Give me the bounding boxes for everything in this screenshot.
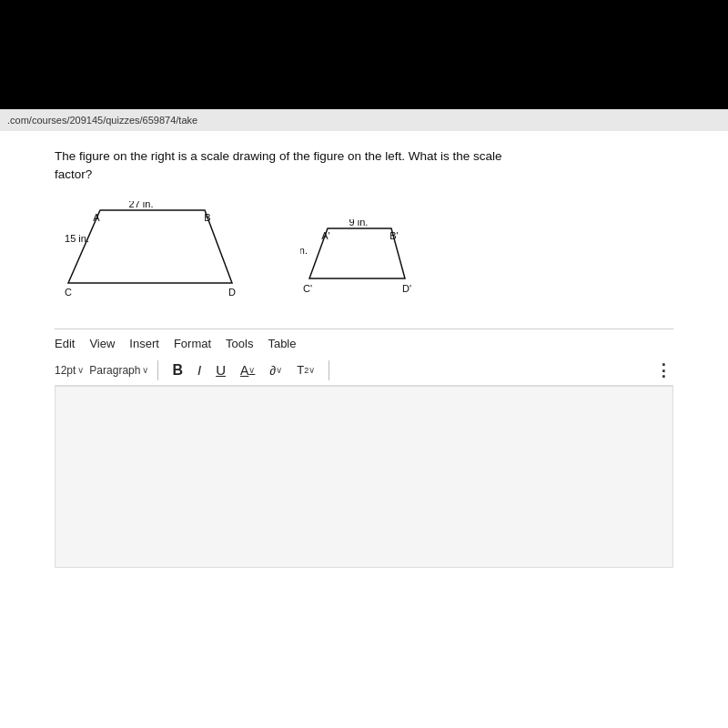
underline-button[interactable]: U [211, 360, 230, 379]
more-options-button[interactable]: ⋮ [655, 360, 673, 380]
italic-button[interactable]: I [193, 360, 206, 379]
highlight-chevron: ∨ [276, 365, 282, 375]
right-corner-a: A' [321, 230, 329, 241]
left-top-label: 27 in. [129, 201, 154, 209]
right-figure-svg: 9 in. 5 in. A' B' C' D' [300, 219, 419, 301]
left-corner-c: C [65, 287, 72, 298]
left-figure-svg: 27 in. 15 in. A B C D [64, 201, 246, 310]
paragraph-chevron: ∨ [142, 365, 148, 375]
figure-right: 9 in. 5 in. A' B' C' D' [300, 219, 410, 292]
menu-table[interactable]: Table [268, 337, 296, 350]
figure-left: 27 in. 15 in. A B C D [64, 201, 246, 301]
font-size-value: 12pt [55, 364, 76, 377]
font-color-chevron: ∨ [248, 365, 255, 375]
menu-insert[interactable]: Insert [129, 337, 159, 350]
left-corner-d: D [228, 287, 236, 298]
toolbar-divider-2 [329, 360, 329, 380]
content-inner: The figure on the right is a scale drawi… [55, 131, 673, 728]
url-bar: .com/courses/209145/quizzes/659874/take [0, 109, 728, 131]
url-text: .com/courses/209145/quizzes/659874/take [7, 115, 197, 126]
editor-area[interactable] [55, 386, 673, 568]
paragraph-selector[interactable]: Paragraph ∨ [89, 364, 148, 377]
left-corner-b: B [204, 212, 210, 223]
top-black-bar [0, 0, 728, 109]
superscript-chevron: ∨ [308, 365, 315, 375]
menu-format[interactable]: Format [174, 337, 211, 350]
font-color-button[interactable]: A ∨ [236, 361, 259, 379]
right-side-label: 5 in. [300, 245, 308, 256]
editor-menubar: Edit View Insert Format Tools Table [55, 329, 673, 356]
toolbar-divider-1 [157, 360, 158, 380]
left-side-label: 15 in. [65, 233, 89, 244]
menu-view[interactable]: View [89, 337, 115, 350]
highlight-button[interactable]: ∂ ∨ [265, 361, 287, 379]
bold-button[interactable]: B [167, 360, 187, 380]
right-corner-b: B' [389, 230, 398, 241]
figures-area: 27 in. 15 in. A B C D 9 in. 5 in. A' [64, 201, 673, 301]
right-corner-c: C' [303, 283, 312, 294]
editor-toolbar: 12pt ∨ Paragraph ∨ B I U A ∨ ∂ ∨ T2 ∨ [55, 356, 673, 386]
right-top-label: 9 in. [349, 219, 369, 228]
question-text: The figure on the right is a scale drawi… [55, 147, 673, 185]
left-corner-a: A [93, 212, 100, 223]
paragraph-value: Paragraph [89, 364, 140, 377]
font-size-chevron: ∨ [77, 365, 84, 375]
menu-tools[interactable]: Tools [226, 337, 253, 350]
menu-edit[interactable]: Edit [55, 337, 75, 350]
superscript-button[interactable]: T2 ∨ [292, 361, 319, 379]
right-corner-d: D' [402, 283, 411, 294]
main-content: The figure on the right is a scale drawi… [0, 131, 728, 728]
font-size-selector[interactable]: 12pt ∨ [55, 364, 84, 377]
